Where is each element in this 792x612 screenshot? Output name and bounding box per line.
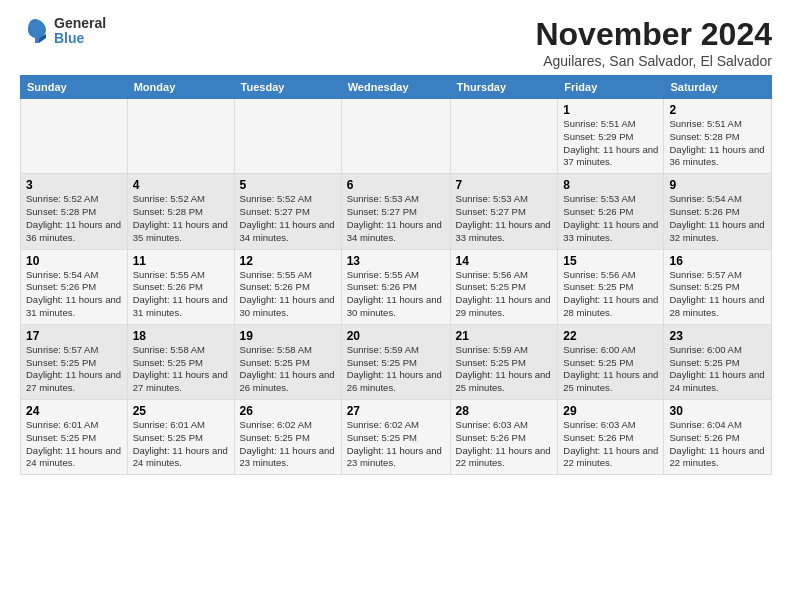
day-number: 26: [240, 404, 336, 418]
table-cell: 14Sunrise: 5:56 AM Sunset: 5:25 PM Dayli…: [450, 249, 558, 324]
table-cell: 9Sunrise: 5:54 AM Sunset: 5:26 PM Daylig…: [664, 174, 772, 249]
table-cell: [450, 99, 558, 174]
page: General Blue November 2024 Aguilares, Sa…: [0, 0, 792, 485]
col-monday: Monday: [127, 76, 234, 99]
day-info: Sunrise: 5:51 AM Sunset: 5:28 PM Dayligh…: [669, 118, 766, 169]
day-number: 16: [669, 254, 766, 268]
table-cell: 28Sunrise: 6:03 AM Sunset: 5:26 PM Dayli…: [450, 400, 558, 475]
subtitle: Aguilares, San Salvador, El Salvador: [535, 53, 772, 69]
day-number: 9: [669, 178, 766, 192]
day-number: 15: [563, 254, 658, 268]
day-number: 3: [26, 178, 122, 192]
week-row-3: 10Sunrise: 5:54 AM Sunset: 5:26 PM Dayli…: [21, 249, 772, 324]
day-info: Sunrise: 5:52 AM Sunset: 5:27 PM Dayligh…: [240, 193, 336, 244]
day-info: Sunrise: 5:54 AM Sunset: 5:26 PM Dayligh…: [26, 269, 122, 320]
day-number: 14: [456, 254, 553, 268]
table-cell: 17Sunrise: 5:57 AM Sunset: 5:25 PM Dayli…: [21, 324, 128, 399]
logo-text: General Blue: [54, 16, 106, 47]
table-cell: 2Sunrise: 5:51 AM Sunset: 5:28 PM Daylig…: [664, 99, 772, 174]
day-number: 28: [456, 404, 553, 418]
day-number: 30: [669, 404, 766, 418]
col-saturday: Saturday: [664, 76, 772, 99]
day-info: Sunrise: 5:52 AM Sunset: 5:28 PM Dayligh…: [133, 193, 229, 244]
day-number: 24: [26, 404, 122, 418]
week-row-2: 3Sunrise: 5:52 AM Sunset: 5:28 PM Daylig…: [21, 174, 772, 249]
day-info: Sunrise: 5:56 AM Sunset: 5:25 PM Dayligh…: [563, 269, 658, 320]
table-cell: 7Sunrise: 5:53 AM Sunset: 5:27 PM Daylig…: [450, 174, 558, 249]
col-tuesday: Tuesday: [234, 76, 341, 99]
day-info: Sunrise: 6:02 AM Sunset: 5:25 PM Dayligh…: [347, 419, 445, 470]
table-cell: 25Sunrise: 6:01 AM Sunset: 5:25 PM Dayli…: [127, 400, 234, 475]
table-cell: [234, 99, 341, 174]
day-info: Sunrise: 6:00 AM Sunset: 5:25 PM Dayligh…: [563, 344, 658, 395]
day-info: Sunrise: 5:55 AM Sunset: 5:26 PM Dayligh…: [347, 269, 445, 320]
table-cell: 19Sunrise: 5:58 AM Sunset: 5:25 PM Dayli…: [234, 324, 341, 399]
day-info: Sunrise: 6:03 AM Sunset: 5:26 PM Dayligh…: [563, 419, 658, 470]
table-cell: 15Sunrise: 5:56 AM Sunset: 5:25 PM Dayli…: [558, 249, 664, 324]
day-info: Sunrise: 6:01 AM Sunset: 5:25 PM Dayligh…: [133, 419, 229, 470]
day-number: 11: [133, 254, 229, 268]
logo: General Blue: [20, 16, 106, 47]
day-info: Sunrise: 5:55 AM Sunset: 5:26 PM Dayligh…: [133, 269, 229, 320]
day-number: 22: [563, 329, 658, 343]
day-number: 8: [563, 178, 658, 192]
day-info: Sunrise: 5:52 AM Sunset: 5:28 PM Dayligh…: [26, 193, 122, 244]
day-number: 18: [133, 329, 229, 343]
table-cell: 27Sunrise: 6:02 AM Sunset: 5:25 PM Dayli…: [341, 400, 450, 475]
day-info: Sunrise: 5:58 AM Sunset: 5:25 PM Dayligh…: [240, 344, 336, 395]
table-cell: 4Sunrise: 5:52 AM Sunset: 5:28 PM Daylig…: [127, 174, 234, 249]
col-thursday: Thursday: [450, 76, 558, 99]
day-number: 25: [133, 404, 229, 418]
logo-general: General: [54, 16, 106, 31]
day-number: 21: [456, 329, 553, 343]
day-info: Sunrise: 5:59 AM Sunset: 5:25 PM Dayligh…: [347, 344, 445, 395]
day-number: 1: [563, 103, 658, 117]
calendar-table: Sunday Monday Tuesday Wednesday Thursday…: [20, 75, 772, 475]
table-cell: 18Sunrise: 5:58 AM Sunset: 5:25 PM Dayli…: [127, 324, 234, 399]
day-number: 23: [669, 329, 766, 343]
table-cell: 12Sunrise: 5:55 AM Sunset: 5:26 PM Dayli…: [234, 249, 341, 324]
table-cell: 8Sunrise: 5:53 AM Sunset: 5:26 PM Daylig…: [558, 174, 664, 249]
week-row-4: 17Sunrise: 5:57 AM Sunset: 5:25 PM Dayli…: [21, 324, 772, 399]
table-cell: 22Sunrise: 6:00 AM Sunset: 5:25 PM Dayli…: [558, 324, 664, 399]
table-cell: [341, 99, 450, 174]
calendar-body: 1Sunrise: 5:51 AM Sunset: 5:29 PM Daylig…: [21, 99, 772, 475]
week-row-5: 24Sunrise: 6:01 AM Sunset: 5:25 PM Dayli…: [21, 400, 772, 475]
table-cell: 13Sunrise: 5:55 AM Sunset: 5:26 PM Dayli…: [341, 249, 450, 324]
day-info: Sunrise: 6:03 AM Sunset: 5:26 PM Dayligh…: [456, 419, 553, 470]
day-number: 4: [133, 178, 229, 192]
table-cell: 16Sunrise: 5:57 AM Sunset: 5:25 PM Dayli…: [664, 249, 772, 324]
table-cell: 23Sunrise: 6:00 AM Sunset: 5:25 PM Dayli…: [664, 324, 772, 399]
day-number: 10: [26, 254, 122, 268]
day-info: Sunrise: 5:51 AM Sunset: 5:29 PM Dayligh…: [563, 118, 658, 169]
day-info: Sunrise: 5:57 AM Sunset: 5:25 PM Dayligh…: [26, 344, 122, 395]
day-info: Sunrise: 5:54 AM Sunset: 5:26 PM Dayligh…: [669, 193, 766, 244]
table-cell: [21, 99, 128, 174]
table-cell: 6Sunrise: 5:53 AM Sunset: 5:27 PM Daylig…: [341, 174, 450, 249]
day-number: 7: [456, 178, 553, 192]
week-row-1: 1Sunrise: 5:51 AM Sunset: 5:29 PM Daylig…: [21, 99, 772, 174]
day-info: Sunrise: 6:02 AM Sunset: 5:25 PM Dayligh…: [240, 419, 336, 470]
day-number: 2: [669, 103, 766, 117]
day-number: 27: [347, 404, 445, 418]
table-cell: 21Sunrise: 5:59 AM Sunset: 5:25 PM Dayli…: [450, 324, 558, 399]
day-info: Sunrise: 5:59 AM Sunset: 5:25 PM Dayligh…: [456, 344, 553, 395]
day-number: 17: [26, 329, 122, 343]
title-block: November 2024 Aguilares, San Salvador, E…: [535, 16, 772, 69]
table-cell: 1Sunrise: 5:51 AM Sunset: 5:29 PM Daylig…: [558, 99, 664, 174]
day-info: Sunrise: 5:56 AM Sunset: 5:25 PM Dayligh…: [456, 269, 553, 320]
day-info: Sunrise: 5:58 AM Sunset: 5:25 PM Dayligh…: [133, 344, 229, 395]
month-title: November 2024: [535, 16, 772, 53]
logo-blue: Blue: [54, 31, 106, 46]
day-info: Sunrise: 5:57 AM Sunset: 5:25 PM Dayligh…: [669, 269, 766, 320]
day-info: Sunrise: 5:53 AM Sunset: 5:27 PM Dayligh…: [347, 193, 445, 244]
day-number: 20: [347, 329, 445, 343]
day-number: 13: [347, 254, 445, 268]
col-sunday: Sunday: [21, 76, 128, 99]
day-info: Sunrise: 5:53 AM Sunset: 5:27 PM Dayligh…: [456, 193, 553, 244]
table-cell: [127, 99, 234, 174]
day-info: Sunrise: 5:53 AM Sunset: 5:26 PM Dayligh…: [563, 193, 658, 244]
day-number: 6: [347, 178, 445, 192]
header: General Blue November 2024 Aguilares, Sa…: [20, 16, 772, 69]
table-cell: 10Sunrise: 5:54 AM Sunset: 5:26 PM Dayli…: [21, 249, 128, 324]
